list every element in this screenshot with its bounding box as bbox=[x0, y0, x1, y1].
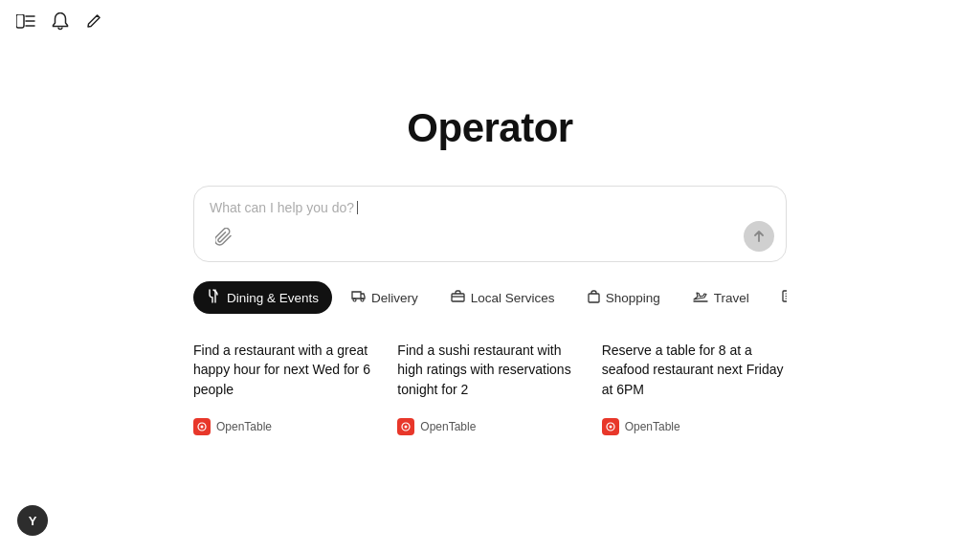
suggestion-card-2[interactable]: Reserve a table for 8 at a seafood resta… bbox=[602, 341, 787, 435]
tab-shopping[interactable]: Shopping bbox=[574, 282, 674, 314]
tab-local-services[interactable]: Local Services bbox=[437, 282, 568, 313]
compose-icon[interactable] bbox=[84, 11, 105, 33]
main-content: Operator What can I help you do? bbox=[0, 0, 980, 435]
tab-dining-label: Dining & Events bbox=[227, 291, 319, 305]
toolbar bbox=[15, 11, 105, 33]
svg-rect-0 bbox=[16, 14, 24, 28]
suggestion-source-1: OpenTable bbox=[397, 418, 582, 435]
suggestion-text-1: Find a sushi restaurant with high rating… bbox=[397, 341, 582, 399]
tab-delivery[interactable]: Delivery bbox=[338, 282, 432, 313]
submit-button[interactable] bbox=[744, 221, 774, 252]
svg-point-15 bbox=[201, 425, 204, 428]
suggestion-card-1[interactable]: Find a sushi restaurant with high rating… bbox=[397, 341, 582, 435]
search-placeholder: What can I help you do? bbox=[210, 200, 770, 215]
search-actions bbox=[210, 223, 770, 252]
shopping-icon bbox=[588, 290, 600, 306]
local-icon bbox=[451, 290, 465, 305]
suggestion-source-2: OpenTable bbox=[602, 418, 787, 435]
tab-travel[interactable]: Travel bbox=[679, 282, 763, 313]
svg-point-17 bbox=[405, 425, 408, 428]
sidebar-toggle-icon[interactable] bbox=[15, 11, 36, 33]
svg-point-19 bbox=[609, 425, 612, 428]
tab-local-label: Local Services bbox=[471, 291, 555, 305]
text-cursor bbox=[357, 201, 358, 214]
delivery-icon bbox=[351, 290, 366, 305]
search-container: What can I help you do? bbox=[193, 186, 787, 262]
source-label-0: OpenTable bbox=[216, 420, 272, 433]
news-icon bbox=[782, 290, 787, 305]
page-title: Operator bbox=[407, 105, 572, 151]
dining-icon bbox=[207, 289, 221, 306]
opentable-icon-1 bbox=[397, 418, 414, 435]
svg-point-4 bbox=[353, 299, 356, 301]
tab-delivery-label: Delivery bbox=[371, 291, 418, 305]
opentable-icon-0 bbox=[193, 418, 211, 435]
tab-news[interactable]: Ne bbox=[768, 282, 787, 313]
attach-button[interactable] bbox=[210, 223, 238, 252]
suggestion-text-0: Find a restaurant with a great happy hou… bbox=[193, 341, 378, 399]
opentable-icon-2 bbox=[602, 418, 619, 435]
tab-travel-label: Travel bbox=[714, 291, 749, 305]
svg-rect-8 bbox=[589, 294, 599, 302]
source-label-2: OpenTable bbox=[625, 420, 680, 433]
source-label-1: OpenTable bbox=[420, 420, 476, 433]
tab-shopping-label: Shopping bbox=[606, 291, 660, 305]
suggestions-list: Find a restaurant with a great happy hou… bbox=[193, 341, 787, 435]
travel-icon bbox=[693, 290, 708, 305]
category-tabs: Dining & Events Delivery Lo bbox=[193, 281, 787, 314]
svg-rect-6 bbox=[452, 294, 464, 301]
user-avatar[interactable]: Y bbox=[17, 505, 48, 536]
suggestion-card-0[interactable]: Find a restaurant with a great happy hou… bbox=[193, 341, 378, 435]
svg-point-5 bbox=[361, 299, 364, 301]
suggestion-text-2: Reserve a table for 8 at a seafood resta… bbox=[602, 341, 787, 399]
bell-icon[interactable] bbox=[50, 11, 71, 33]
tab-dining-events[interactable]: Dining & Events bbox=[193, 281, 332, 314]
suggestion-source-0: OpenTable bbox=[193, 418, 378, 435]
